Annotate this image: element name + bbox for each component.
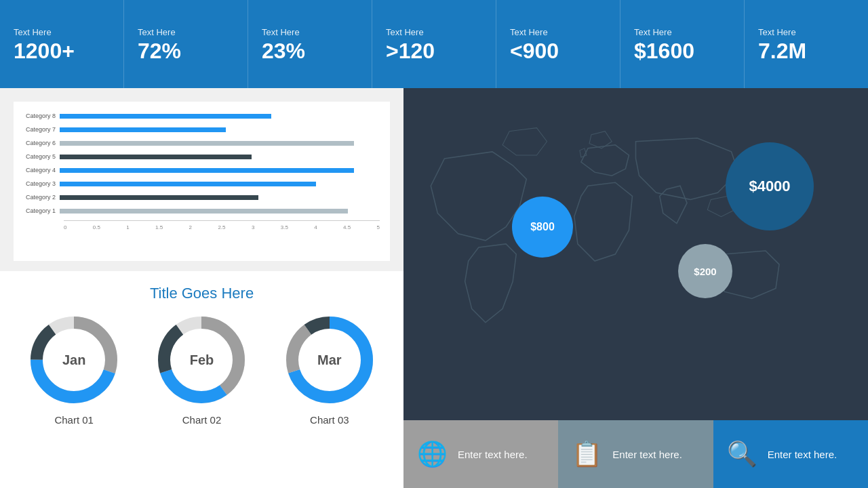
chart-label-cat7: Category 7 xyxy=(20,126,60,133)
stat-item-3: Text Here >120 xyxy=(372,0,496,88)
donut-item-feb: Feb Chart 02 xyxy=(141,312,262,426)
bar-container-cat7 xyxy=(60,125,380,134)
donut-section-title: Title Goes Here xyxy=(150,285,254,302)
axis-0: 0 xyxy=(64,224,66,230)
stat-value-1: 72% xyxy=(138,40,234,62)
donut-center-label-jan: Jan xyxy=(62,352,85,368)
stat-item-5: Text Here $1600 xyxy=(620,0,745,88)
chart-row-cat1: Category 1 xyxy=(20,207,380,215)
bar-chart-inner: Category 8 Category 7 Category 6 xyxy=(14,102,390,261)
axis-labels: 0 0.5 1 1.5 2 2.5 3 3.5 4 4.5 5 xyxy=(64,224,380,230)
axis-35: 3.5 xyxy=(281,224,288,230)
stat-item-1: Text Here 72% xyxy=(124,0,248,88)
stat-item-4: Text Here <900 xyxy=(496,0,620,88)
bottom-item-0: 🌐 Enter text here. xyxy=(403,420,558,488)
axis-5: 5 xyxy=(376,224,379,230)
bar-container-cat2 xyxy=(60,193,380,201)
stat-label-6: Text Here xyxy=(758,27,854,37)
stat-item-2: Text Here 23% xyxy=(248,0,372,88)
stat-label-2: Text Here xyxy=(262,27,358,37)
chart-label-cat1: Category 1 xyxy=(20,207,60,214)
chart-row-cat2: Category 2 xyxy=(20,193,380,201)
chart-axis: 0 0.5 1 1.5 2 2.5 3 3.5 4 4.5 5 xyxy=(64,224,380,230)
axis-2: 2 xyxy=(189,224,192,230)
chart-label-cat4: Category 4 xyxy=(20,167,60,174)
left-panel: Category 8 Category 7 Category 6 xyxy=(0,88,403,488)
stat-label-1: Text Here xyxy=(138,27,234,37)
bar-dark-cat5 xyxy=(60,155,252,159)
chart-row-cat3: Category 3 xyxy=(20,180,380,188)
bubble-label-4000: $4000 xyxy=(749,178,790,195)
axis-3: 3 xyxy=(252,224,254,230)
chart-row-cat5: Category 5 xyxy=(20,152,380,161)
chart-row-cat4: Category 4 xyxy=(20,166,380,174)
bar-chart-section: Category 8 Category 7 Category 6 xyxy=(0,88,403,271)
bottom-item-1: 📋 Enter text here. xyxy=(558,420,713,488)
donut-center-label-feb: Feb xyxy=(190,352,214,368)
donut-item-mar: Mar Chart 03 xyxy=(269,312,390,426)
axis-1: 1 xyxy=(126,224,129,230)
bottom-item-2: 🔍 Enter text here. xyxy=(713,420,868,488)
axis-45: 4.5 xyxy=(343,224,351,230)
bar-gray-cat6 xyxy=(60,141,354,146)
bar-blue-cat8 xyxy=(60,114,271,119)
stat-item-6: Text Here 7.2M xyxy=(745,0,868,88)
bubble-200: $200 xyxy=(678,244,732,298)
chart-label-cat3: Category 3 xyxy=(20,180,60,187)
chart-row-cat8: Category 8 xyxy=(20,112,380,120)
chart-label-cat8: Category 8 xyxy=(20,113,60,119)
map-area: $4000 $800 $200 xyxy=(403,88,868,420)
donut-chart-label-feb: Chart 02 xyxy=(182,414,222,426)
bubble-4000: $4000 xyxy=(726,142,814,230)
stat-label-0: Text Here xyxy=(14,27,110,37)
stat-label-5: Text Here xyxy=(634,27,730,37)
bar-container-cat5 xyxy=(60,152,380,161)
stats-bar: Text Here 1200+ Text Here 72% Text Here … xyxy=(0,0,868,88)
donut-item-jan: Jan Chart 01 xyxy=(14,312,134,426)
bar-gray-cat1 xyxy=(60,209,348,214)
globe-icon: 🌐 xyxy=(417,440,448,468)
bar-container-cat8 xyxy=(60,112,380,120)
axis-line xyxy=(64,220,380,221)
stat-label-4: Text Here xyxy=(510,27,606,37)
donuts-row: Jan Chart 01 xyxy=(14,312,390,426)
chart-label-cat2: Category 2 xyxy=(20,194,60,201)
stat-label-3: Text Here xyxy=(386,27,482,37)
axis-15: 1.5 xyxy=(155,224,163,230)
bar-container-cat4 xyxy=(60,166,380,174)
right-panel: $4000 $800 $200 🌐 Enter text here. 📋 Ent… xyxy=(403,88,868,488)
stat-item-0: Text Here 1200+ xyxy=(0,0,124,88)
donut-wrapper-feb: Feb xyxy=(154,312,249,407)
bottom-text-1: Enter text here. xyxy=(612,447,682,462)
stat-value-5: $1600 xyxy=(634,40,730,62)
stat-value-3: >120 xyxy=(386,40,482,62)
bottom-text-2: Enter text here. xyxy=(768,447,837,462)
stat-value-2: 23% xyxy=(262,40,358,62)
bottom-text-0: Enter text here. xyxy=(458,447,528,462)
bar-dark-cat2 xyxy=(60,195,258,200)
donut-wrapper-mar: Mar xyxy=(282,312,377,407)
chart-label-cat6: Category 6 xyxy=(20,140,60,146)
stat-value-4: <900 xyxy=(510,40,606,62)
bubble-800: $800 xyxy=(512,197,573,258)
bar-container-cat3 xyxy=(60,180,380,188)
bubble-label-800: $800 xyxy=(530,221,555,233)
main-content: Category 8 Category 7 Category 6 xyxy=(0,88,868,488)
bar-container-cat6 xyxy=(60,139,380,147)
bar-container-cat1 xyxy=(60,207,380,215)
donut-chart-label-mar: Chart 03 xyxy=(310,414,349,426)
stat-value-0: 1200+ xyxy=(14,40,110,62)
donut-section: Title Goes Here xyxy=(0,271,403,488)
chart-row-cat7: Category 7 xyxy=(20,125,380,134)
bar-blue-cat3 xyxy=(60,182,316,186)
chart-label-cat5: Category 5 xyxy=(20,153,60,160)
stat-value-6: 7.2M xyxy=(758,40,854,62)
donut-chart-label-jan: Chart 01 xyxy=(54,414,94,426)
bar-blue-cat7 xyxy=(60,127,226,132)
axis-05: 0.5 xyxy=(93,224,100,230)
axis-4: 4 xyxy=(314,224,317,230)
chart-row-cat6: Category 6 xyxy=(20,139,380,147)
search-icon: 🔍 xyxy=(727,440,757,468)
bubble-label-200: $200 xyxy=(694,266,716,277)
world-map-svg xyxy=(403,88,868,420)
